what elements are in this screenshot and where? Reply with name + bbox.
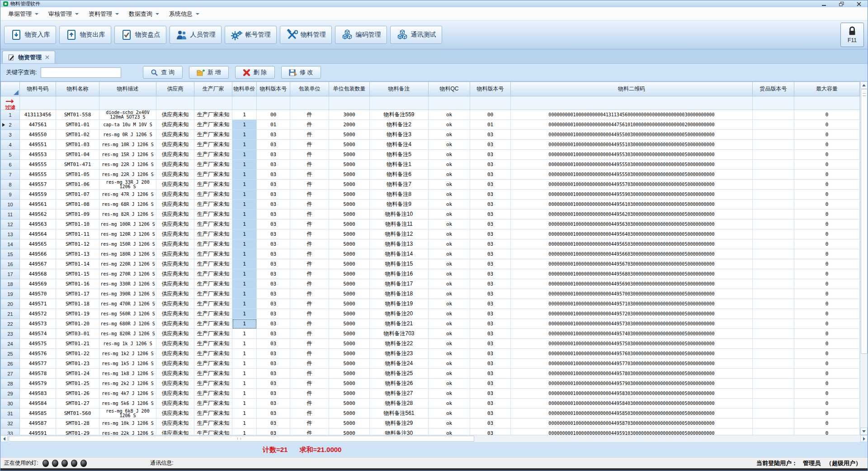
cell-qc[interactable]: ok [429, 209, 470, 219]
cell-price[interactable]: 1 [232, 319, 257, 329]
cell-num[interactable]: 449574 [20, 329, 56, 339]
col-header-goods_ver[interactable]: 货品版本号 [753, 82, 794, 96]
cell-ver[interactable]: 03 [257, 130, 290, 140]
cell-ver2[interactable]: 03 [470, 229, 511, 239]
cell-remark[interactable]: 物料备注22 [370, 339, 429, 349]
menu-item-query[interactable]: 数据查询 [125, 8, 163, 20]
cell-remark[interactable]: 物料备注12 [370, 229, 429, 239]
cell-price[interactable]: 1 [232, 289, 257, 299]
cell-price[interactable]: 1 [232, 190, 257, 200]
cell-remark[interactable]: 物料备注20 [370, 309, 429, 319]
cell-supplier[interactable]: 供应商未知 [156, 249, 194, 259]
cell-desc[interactable]: res-mg 120R J 1206 S [99, 229, 156, 239]
cell-remark[interactable]: 物料备注14 [370, 249, 429, 259]
cell-ver[interactable]: 03 [257, 409, 290, 419]
cell-ver2[interactable]: 03 [470, 399, 511, 409]
cell-price[interactable]: 1 [232, 170, 257, 180]
cell-supplier[interactable]: 供应商未知 [156, 130, 194, 140]
cell-supplier[interactable]: 供应商未知 [156, 399, 194, 409]
horizontal-scrollbar[interactable] [0, 435, 868, 442]
cell-ver2[interactable]: 03 [470, 419, 511, 428]
cell-max_cap[interactable]: 0 [794, 120, 860, 130]
cell-remark[interactable]: 物料备注3 [370, 130, 429, 140]
cell-name[interactable]: SMT01-560 [56, 409, 99, 419]
cell-qr[interactable]: 0000000001000000000000044955503000000000… [511, 170, 753, 180]
cell-unit[interactable]: 件 [290, 130, 329, 140]
cell-qty[interactable]: 5000 [329, 279, 370, 289]
filter-cell-goods_ver[interactable] [753, 96, 794, 110]
cell-name[interactable]: SMT01-11 [56, 229, 99, 239]
filter-cell-num[interactable] [20, 96, 56, 110]
cell-qc[interactable]: ok [429, 299, 470, 309]
cell-ver[interactable]: 03 [257, 249, 290, 259]
cell-qty[interactable]: 5000 [329, 349, 370, 359]
cell-price[interactable]: 1 [232, 249, 257, 259]
cell-qr[interactable]: 0000000001000000000000044957703000000000… [511, 359, 753, 369]
cell-num[interactable]: 449567 [20, 259, 56, 269]
cell-remark[interactable]: 物料备注28 [370, 399, 429, 409]
row-number[interactable]: 20 [1, 299, 20, 309]
cell-goods_ver[interactable] [753, 319, 794, 329]
cell-qc[interactable]: ok [429, 319, 470, 329]
cell-qty[interactable]: 5000 [329, 269, 370, 279]
cell-max_cap[interactable]: 0 [794, 279, 860, 289]
cell-qr[interactable]: 0000000001000000000000044957003000000000… [511, 289, 753, 299]
cell-unit[interactable]: 件 [290, 409, 329, 419]
cell-ver[interactable]: 03 [257, 209, 290, 219]
vertical-scrollbar[interactable] [860, 81, 868, 435]
col-header-num[interactable]: 物料号码 [20, 82, 56, 96]
cell-unit[interactable]: 件 [290, 389, 329, 399]
cell-goods_ver[interactable] [753, 389, 794, 399]
cell-num[interactable]: 449569 [20, 279, 56, 289]
cell-ver2[interactable]: 03 [470, 389, 511, 399]
cell-qr[interactable]: 0000000001000000000000044957203000000000… [511, 309, 753, 319]
cell-remark[interactable]: 物料备注561 [370, 409, 429, 419]
row-number[interactable]: 13 [1, 229, 20, 239]
cell-qc[interactable]: ok [429, 180, 470, 190]
cell-maker[interactable]: 生产厂家未知 [194, 120, 232, 130]
cell-ver[interactable]: 03 [257, 180, 290, 190]
cell-qc[interactable]: ok [429, 269, 470, 279]
col-header-ver2[interactable]: 物料版本号 [470, 82, 511, 96]
col-header-unit[interactable]: 包装单位 [290, 82, 329, 96]
cell-name[interactable]: SMT01-23 [56, 359, 99, 369]
cell-goods_ver[interactable] [753, 309, 794, 319]
cell-ver[interactable]: 03 [257, 140, 290, 150]
menu-item-audit[interactable]: 审核管理 [44, 8, 83, 20]
cell-max_cap[interactable]: 0 [794, 180, 860, 190]
cell-price[interactable]: 1 [232, 110, 257, 120]
cell-ver2[interactable]: 03 [470, 299, 511, 309]
cell-ver[interactable]: 03 [257, 359, 290, 369]
cell-maker[interactable]: 生产厂家未知 [194, 419, 232, 428]
cell-name[interactable]: SMT01-12 [56, 239, 99, 249]
cell-maker[interactable]: 生产厂家未知 [194, 140, 232, 150]
cell-max_cap[interactable]: 0 [794, 170, 860, 180]
cell-supplier[interactable]: 供应商未知 [156, 259, 194, 269]
cell-qc[interactable]: ok [429, 160, 470, 170]
cell-max_cap[interactable]: 0 [794, 150, 860, 160]
cell-unit[interactable]: 件 [290, 428, 329, 435]
cell-price[interactable]: 1 [232, 279, 257, 289]
cell-qc[interactable]: ok [429, 200, 470, 209]
cell-unit[interactable]: 件 [290, 369, 329, 379]
cell-unit[interactable]: 件 [290, 259, 329, 269]
cell-price[interactable]: 1 [232, 339, 257, 349]
cell-qty[interactable]: 2000 [329, 120, 370, 130]
cell-max_cap[interactable]: 0 [794, 249, 860, 259]
cell-num[interactable]: 449587 [20, 419, 56, 428]
cell-name[interactable]: SMT01-15 [56, 269, 99, 279]
cell-ver[interactable]: 00 [257, 110, 290, 120]
cell-maker[interactable]: 生产厂家未知 [194, 259, 232, 269]
cell-ver[interactable]: 03 [257, 229, 290, 239]
cell-remark[interactable]: 物料备注4 [370, 140, 429, 150]
cell-price[interactable]: 1 [232, 239, 257, 249]
cell-price[interactable]: 1 [232, 428, 257, 435]
cell-maker[interactable]: 生产厂家未知 [194, 399, 232, 409]
cell-name[interactable]: SMT01-29 [56, 428, 99, 435]
cell-qr[interactable]: 0000000001000000000000044956203000000000… [511, 209, 753, 219]
cell-max_cap[interactable]: 0 [794, 259, 860, 269]
filter-cell-remark[interactable] [370, 96, 429, 110]
cell-remark[interactable]: 物料备注24 [370, 359, 429, 369]
cell-desc[interactable]: res-mg 22R J 1206 S [99, 170, 156, 180]
cell-qc[interactable]: ok [429, 379, 470, 389]
